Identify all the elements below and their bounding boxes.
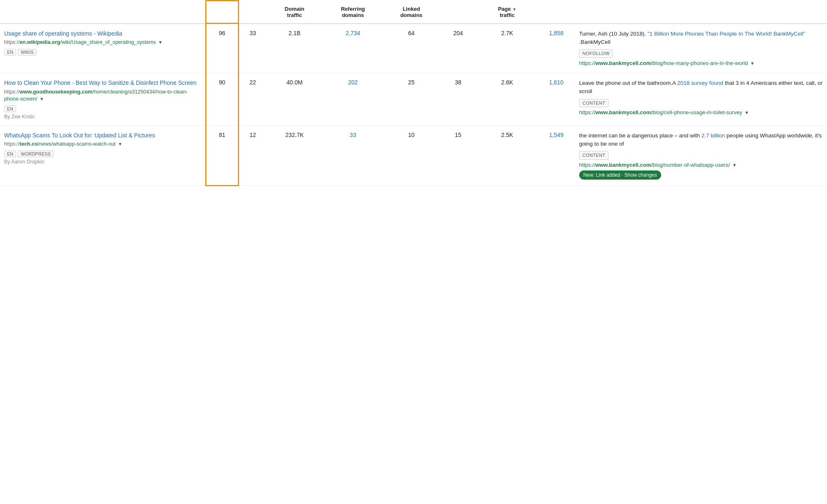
col-header-linked-domains[interactable]: Linkeddomains bbox=[384, 1, 440, 24]
kw-value[interactable]: 1,549 bbox=[537, 125, 575, 186]
table-row: Usage share of operating systems - Wikip… bbox=[0, 24, 827, 73]
dr-value: 96 bbox=[206, 24, 238, 73]
linked-domains-value: 10 bbox=[384, 125, 440, 186]
referring-page-cell: How to Clean Your Phone - Best Way to Sa… bbox=[0, 73, 206, 126]
anchor-text: the internet can be a dangerous place – … bbox=[579, 132, 823, 149]
col-header-page-traffic[interactable]: Page ▼traffic bbox=[477, 1, 538, 24]
dropdown-arrow-icon: ▼ bbox=[732, 162, 737, 169]
backlinks-table: Domaintraffic Referringdomains Linkeddom… bbox=[0, 0, 827, 186]
anchor-rel-badge: NOFOLLOW bbox=[579, 49, 613, 58]
referring-page-cell: Usage share of operating systems - Wikip… bbox=[0, 24, 206, 73]
referring-page-url[interactable]: https://www.goodhousekeeping.com/home/cl… bbox=[4, 89, 201, 103]
author: By Zee Krstic bbox=[4, 114, 201, 120]
dropdown-arrow-icon: ▼ bbox=[745, 109, 749, 116]
linked-domains-value: 25 bbox=[384, 73, 440, 126]
anchor-rel-badge: CONTENT bbox=[579, 151, 609, 160]
referring-domains-value[interactable]: 2,734 bbox=[323, 24, 384, 73]
dropdown-arrow-icon: ▼ bbox=[750, 60, 755, 67]
anchor-link[interactable]: "1 Billion More Phones Than People In Th… bbox=[647, 31, 805, 37]
table-row: WhatsApp Scams To Look Out for: Updated … bbox=[0, 125, 827, 186]
page-traffic-value: 2.6K bbox=[477, 73, 538, 126]
page-badge: WIKIS bbox=[18, 49, 36, 55]
kw-value[interactable]: 1,858 bbox=[537, 24, 575, 73]
ur-value: 22 bbox=[238, 73, 266, 126]
domain-traffic-value: 232.7K bbox=[266, 125, 323, 186]
anchor-cell: the internet can be a dangerous place – … bbox=[575, 125, 827, 186]
page-badge: WORDPRESS bbox=[18, 151, 53, 157]
dr-value: 90 bbox=[206, 73, 238, 126]
anchor-link[interactable]: 2.7 billion bbox=[702, 132, 725, 139]
referring-page-url[interactable]: https://en.wikipedia.org/wiki/Usage_shar… bbox=[4, 39, 201, 46]
page-traffic-value: 2.5K bbox=[477, 125, 538, 186]
anchor-cell: Leave the phone out of the bathroom.A 20… bbox=[575, 73, 827, 126]
anchor-text: Turner, Ash (10 July 2018). "1 Billion M… bbox=[579, 30, 823, 47]
ext-value: 38 bbox=[439, 73, 477, 126]
domain-traffic-value: 40.0M bbox=[266, 73, 323, 126]
ur-value: 33 bbox=[238, 24, 266, 73]
referring-page-url[interactable]: https://tech.co/news/whatsapp-scams-watc… bbox=[4, 141, 201, 148]
anchor-text: Leave the phone out of the bathroom.A 20… bbox=[579, 79, 823, 96]
new-link-badge[interactable]: New: Link added · Show changes bbox=[579, 170, 661, 180]
col-header-anchor bbox=[575, 1, 827, 24]
page-badge: EN bbox=[4, 106, 16, 112]
col-header-kw[interactable] bbox=[537, 1, 575, 24]
page-badge: EN bbox=[4, 151, 16, 157]
referring-page-title[interactable]: How to Clean Your Phone - Best Way to Sa… bbox=[4, 79, 201, 87]
page-badge: EN bbox=[4, 49, 16, 55]
referring-domains-value[interactable]: 202 bbox=[323, 73, 384, 126]
table-row: How to Clean Your Phone - Best Way to Sa… bbox=[0, 73, 827, 126]
badges-container: EN bbox=[4, 105, 201, 112]
col-header-ur[interactable] bbox=[238, 1, 266, 24]
col-header-referring-domains[interactable]: Referringdomains bbox=[323, 1, 384, 24]
ur-value: 12 bbox=[238, 125, 266, 186]
domain-traffic-value: 2.1B bbox=[266, 24, 323, 73]
badges-container: ENWIKIS bbox=[4, 48, 201, 55]
anchor-url[interactable]: https://www.bankmycell.com/blog/number-o… bbox=[579, 161, 823, 169]
dr-value: 81 bbox=[206, 125, 238, 186]
linked-domains-value: 64 bbox=[384, 24, 440, 73]
col-header-ext[interactable] bbox=[439, 1, 477, 24]
author: By Aaron Drapkin bbox=[4, 159, 201, 165]
kw-value[interactable]: 1,610 bbox=[537, 73, 575, 126]
anchor-link[interactable]: 2018 survey found bbox=[677, 80, 723, 86]
col-header-referring-page bbox=[0, 1, 206, 24]
backlinks-table-wrapper: Domaintraffic Referringdomains Linkeddom… bbox=[0, 0, 827, 186]
anchor-rel-badge: CONTENT bbox=[579, 99, 609, 108]
referring-page-title[interactable]: WhatsApp Scams To Look Out for: Updated … bbox=[4, 132, 201, 140]
col-header-domain-traffic[interactable]: Domaintraffic bbox=[266, 1, 323, 24]
ext-value: 204 bbox=[439, 24, 477, 73]
page-traffic-value: 2.7K bbox=[477, 24, 538, 73]
referring-page-cell: WhatsApp Scams To Look Out for: Updated … bbox=[0, 125, 206, 186]
anchor-url[interactable]: https://www.bankmycell.com/blog/how-many… bbox=[579, 59, 823, 67]
referring-page-title[interactable]: Usage share of operating systems - Wikip… bbox=[4, 30, 201, 38]
anchor-url[interactable]: https://www.bankmycell.com/blog/cell-pho… bbox=[579, 108, 823, 117]
col-header-dr[interactable] bbox=[206, 1, 238, 24]
referring-domains-value[interactable]: 33 bbox=[323, 125, 384, 186]
ext-value: 15 bbox=[439, 125, 477, 186]
anchor-cell: Turner, Ash (10 July 2018). "1 Billion M… bbox=[575, 24, 827, 73]
badges-container: ENWORDPRESS bbox=[4, 150, 201, 157]
